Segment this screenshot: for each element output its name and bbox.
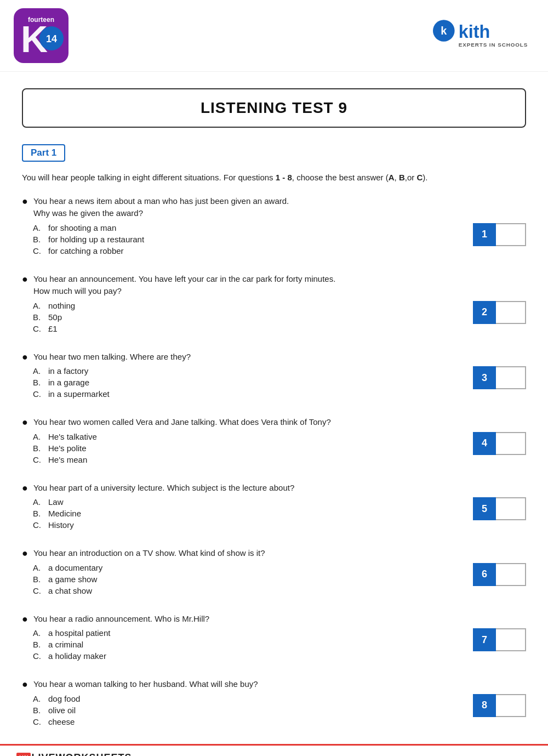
option-row: B. He's polite (33, 444, 456, 453)
option-text: He's polite (48, 444, 87, 453)
questions-container: ●You hear a news item about a man who ha… (0, 195, 548, 729)
page-title-box: LISTENING TEST 9 (22, 88, 526, 128)
option-text: a documentary (48, 563, 102, 572)
part-badge: Part 1 (0, 139, 548, 172)
svg-text:kith: kith (459, 22, 490, 42)
answer-input-8[interactable] (496, 694, 526, 717)
question-stem-8: ●You hear a woman talking to her husband… (22, 678, 526, 691)
options-row-6: A. a documentaryB. a game showC. a chat … (22, 563, 526, 598)
option-row: B. in a garage (33, 378, 456, 387)
option-text: a game show (48, 575, 97, 584)
options-4: A. He's talkativeB. He's politeC. He's m… (33, 432, 456, 467)
question-stem-2: ●You hear an announcement. You have left… (22, 273, 526, 298)
option-row: B. a criminal (33, 640, 456, 649)
svg-text:14: 14 (46, 33, 57, 44)
option-row: C. cheese (33, 717, 456, 726)
liveworksheets-logo: LW LIVEWORKSHEETS (16, 752, 132, 757)
option-label: C. (33, 246, 48, 255)
stem-text-1: You hear a news item about a man who has… (33, 195, 289, 220)
bullet-icon: ● (22, 548, 28, 559)
option-text: a chat show (48, 586, 92, 595)
answer-input-3[interactable] (496, 366, 526, 389)
bullet-icon: ● (22, 196, 28, 207)
stem-text-5: You hear part of a university lecture. W… (33, 482, 294, 494)
option-label: C. (33, 586, 48, 595)
options-2: A. nothingB. 50pC. £1 (33, 301, 456, 336)
answer-box-6: 6 (473, 563, 526, 586)
stem-text-6: You hear an introduction on a TV show. W… (33, 547, 265, 560)
option-text: for shooting a man (48, 223, 116, 232)
options-8: A. dog foodB. olive oilC. cheese (33, 694, 456, 729)
answer-input-4[interactable] (496, 432, 526, 455)
option-label: A. (33, 223, 48, 232)
answer-input-5[interactable] (496, 497, 526, 520)
answer-box-8: 8 (473, 694, 526, 717)
stem-text-8: You hear a woman talking to her husband.… (33, 678, 258, 691)
options-row-8: A. dog foodB. olive oilC. cheese8 (22, 694, 526, 729)
option-label: A. (33, 694, 48, 703)
option-row: B. for holding up a restaurant (33, 235, 456, 244)
question-stem-1: ●You hear a news item about a man who ha… (22, 195, 526, 220)
bullet-icon: ● (22, 482, 28, 494)
option-label: C. (33, 520, 48, 530)
svg-text:k: k (441, 25, 447, 37)
option-label: A. (33, 563, 48, 572)
option-text: nothing (48, 301, 75, 310)
answer-input-2[interactable] (496, 301, 526, 324)
option-label: C. (33, 324, 48, 333)
option-row: C. a holiday maker (33, 651, 456, 661)
option-row: B. 50p (33, 312, 456, 322)
page-title: LISTENING TEST 9 (23, 99, 525, 117)
option-label: B. (33, 378, 48, 387)
answer-number-1: 1 (473, 223, 496, 246)
answer-number-8: 8 (473, 694, 496, 717)
answer-number-2: 2 (473, 301, 496, 324)
answer-box-3: 3 (473, 366, 526, 389)
answer-box-1: 1 (473, 223, 526, 246)
answer-number-3: 3 (473, 366, 496, 389)
option-row: A. in a factory (33, 366, 456, 376)
options-1: A. for shooting a manB. for holding up a… (33, 223, 456, 258)
question-block-7: ●You hear a radio announcement. Who is M… (22, 613, 526, 663)
option-row: A. He's talkative (33, 432, 456, 441)
bullet-icon: ● (22, 613, 28, 625)
options-row-3: A. in a factoryB. in a garageC. in a sup… (22, 366, 526, 401)
bullet-icon: ● (22, 351, 28, 363)
instructions: You will hear people talking in eight di… (22, 172, 526, 184)
option-row: A. a documentary (33, 563, 456, 572)
question-block-6: ●You hear an introduction on a TV show. … (22, 547, 526, 598)
option-text: for holding up a restaurant (48, 235, 144, 244)
option-text: a holiday maker (48, 651, 106, 661)
option-text: History (48, 520, 74, 530)
options-row-7: A. a hospital patientB. a criminalC. a h… (22, 628, 526, 663)
question-block-3: ●You hear two men talking. Where are the… (22, 351, 526, 401)
option-label: B. (33, 640, 48, 649)
option-label: A. (33, 301, 48, 310)
stem-text-7: You hear a radio announcement. Who is Mr… (33, 613, 209, 626)
answer-input-7[interactable] (496, 628, 526, 651)
question-stem-6: ●You hear an introduction on a TV show. … (22, 547, 526, 560)
option-label: C. (33, 717, 48, 726)
option-text: for catching a robber (48, 246, 124, 255)
option-row: C. a chat show (33, 586, 456, 595)
option-text: £1 (48, 324, 58, 333)
option-row: C. He's mean (33, 455, 456, 464)
options-row-1: A. for shooting a manB. for holding up a… (22, 223, 526, 258)
footer: LW LIVEWORKSHEETS (0, 744, 548, 757)
answer-box-2: 2 (473, 301, 526, 324)
option-label: B. (33, 444, 48, 453)
left-logo: fourteen K 14 (11, 5, 71, 66)
option-text: in a supermarket (48, 389, 110, 399)
stem-text-4: You hear two women called Vera and Jane … (33, 416, 331, 429)
option-label: C. (33, 455, 48, 464)
question-block-1: ●You hear a news item about a man who ha… (22, 195, 526, 258)
answer-input-1[interactable] (496, 223, 526, 246)
option-text: dog food (48, 694, 80, 703)
answer-input-6[interactable] (496, 563, 526, 586)
option-row: A. nothing (33, 301, 456, 310)
option-label: A. (33, 432, 48, 441)
lw-icon: LW (16, 753, 31, 756)
question-block-4: ●You hear two women called Vera and Jane… (22, 416, 526, 467)
lw-brand-text: LIVEWORKSHEETS (32, 752, 132, 757)
option-text: a criminal (48, 640, 83, 649)
